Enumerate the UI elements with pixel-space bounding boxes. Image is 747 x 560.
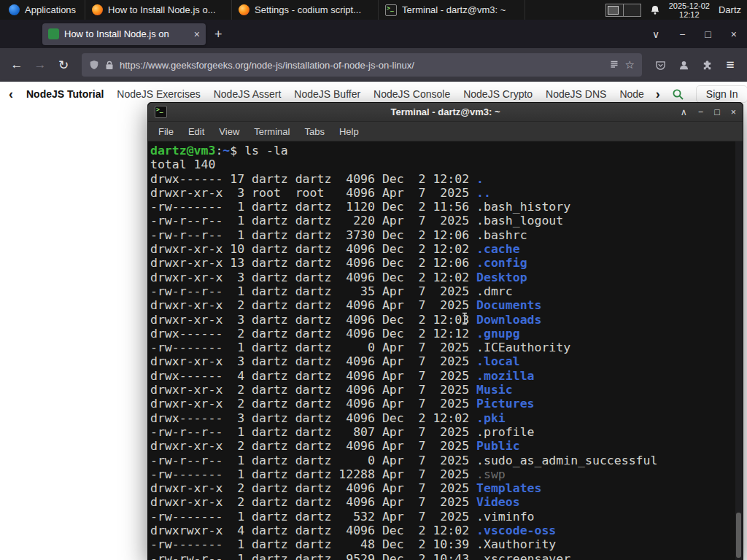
sitenav-item-console[interactable]: NodeJS Console [374, 88, 450, 100]
window-close-button[interactable]: × [731, 28, 737, 40]
site-favicon [48, 28, 59, 39]
taskbar-item-label: Settings - codium script... [255, 4, 361, 15]
file-name: .gnupg [476, 327, 520, 341]
tracking-shield-icon[interactable] [89, 60, 99, 70]
taskbar-item-browser-settings[interactable]: Settings - codium script... [232, 0, 379, 20]
new-tab-button[interactable]: + [214, 28, 222, 41]
workspace-2[interactable] [624, 4, 641, 17]
scrollbar-thumb[interactable] [736, 513, 741, 558]
window-controls: ∨ − □ × [652, 28, 747, 40]
nav-scroll-left-icon[interactable]: ‹ [9, 88, 13, 101]
terminal-close-button[interactable]: × [731, 107, 736, 117]
browser-tab-active[interactable]: How to Install Node.js on × [42, 23, 206, 45]
terminal-line: -rw-r--r-- 1 dartz dartz 3730 Dec 2 12:0… [150, 228, 743, 242]
workspace-1[interactable] [605, 4, 624, 17]
sign-in-button[interactable]: Sign In [696, 85, 747, 103]
extensions-puzzle-icon[interactable] [696, 54, 718, 76]
sitenav-item-assert[interactable]: NodeJS Assert [214, 88, 282, 100]
search-icon[interactable] [672, 88, 684, 101]
workspace-switcher[interactable] [605, 4, 641, 17]
desktop: Applications How to Install Node.js o...… [0, 0, 747, 560]
sitenav-item-dns[interactable]: NodeJS DNS [546, 88, 606, 100]
prompt-path: ~ [222, 144, 230, 158]
terminal-titlebar[interactable]: Terminal - dartz@vm3: ~ ∧ − □ × [148, 103, 743, 122]
file-name: .config [476, 256, 527, 270]
tab-close-icon[interactable]: × [193, 28, 200, 40]
menu-terminal[interactable]: Terminal [247, 124, 296, 139]
terminal-line: -rw-r--r-- 1 dartz dartz 220 Apr 7 2025 … [150, 214, 743, 228]
sitenav-item-truncated[interactable]: Node [619, 88, 643, 100]
menu-view[interactable]: View [212, 124, 246, 139]
sitenav-item-crypto[interactable]: NodeJS Crypto [463, 88, 533, 100]
browser-tab-bar: How to Install Node.js on × + ∨ − □ × [0, 20, 747, 48]
bookmark-star-icon[interactable]: ☆ [625, 58, 635, 71]
file-name: .swp [476, 467, 506, 481]
taskbar-item-label: How to Install Node.js o... [108, 4, 215, 15]
terminal-line: -rw------- 1 dartz dartz 1120 Dec 2 11:5… [150, 200, 743, 214]
terminal-line: drwxr-xr-x 13 dartz dartz 4096 Dec 2 12:… [150, 256, 743, 270]
clock[interactable]: 2025-12-02 12:12 [669, 1, 710, 19]
terminal-line: -rw------- 1 dartz dartz 12288 Apr 7 202… [150, 467, 743, 481]
back-button[interactable]: ← [6, 54, 28, 76]
terminal-line: -rw-r--r-- 1 dartz dartz 35 Apr 7 2025 .… [150, 284, 743, 298]
system-taskbar: Applications How to Install Node.js o...… [0, 0, 747, 20]
terminal-prompt-line: dartz@vm3:~$ ls -la [150, 144, 743, 158]
reload-button[interactable]: ↻ [53, 54, 74, 76]
file-name: .mozilla [476, 369, 534, 383]
file-name: .xscreensaver [476, 552, 570, 560]
terminal-listing: drwx------ 17 dartz dartz 4096 Dec 2 12:… [150, 172, 743, 560]
hamburger-menu-icon[interactable]: ≡ [719, 54, 741, 76]
terminal-scrollbar[interactable] [735, 141, 743, 560]
terminal-line: drwxr-xr-x 3 dartz dartz 4096 Dec 2 12:0… [150, 271, 743, 284]
menu-help[interactable]: Help [333, 124, 365, 139]
notifications-bell-icon[interactable] [650, 4, 660, 15]
lock-icon[interactable] [105, 61, 114, 70]
terminal-line: drwxr-xr-x 3 dartz dartz 4096 Dec 2 12:0… [150, 313, 743, 327]
menu-tabs[interactable]: Tabs [298, 124, 330, 139]
window-maximize-button[interactable]: □ [705, 28, 711, 40]
terminal-title: Terminal - dartz@vm3: ~ [148, 106, 743, 117]
menu-edit[interactable]: Edit [182, 124, 211, 139]
prompt-symbol: $ [230, 144, 244, 158]
url-text[interactable]: https://www.geeksforgeeks.org/node-js/in… [120, 60, 603, 71]
taskbar-item-browser-nodejs[interactable]: How to Install Node.js o... [85, 0, 232, 20]
taskbar-item-terminal[interactable]: Terminal - dartz@vm3: ~ [379, 0, 525, 20]
nav-scroll-right-icon[interactable]: › [656, 88, 660, 101]
terminal-line: drwx------ 2 dartz dartz 4096 Dec 2 12:1… [150, 327, 743, 341]
file-name: Templates [476, 481, 541, 495]
file-name: .pki [476, 411, 506, 425]
sitenav-item-tutorial[interactable]: NodeJS Tutorial [26, 88, 104, 100]
terminal-output[interactable]: dartz@vm3:~$ ls -la total 140 drwx------… [148, 141, 743, 560]
window-buttons: How to Install Node.js o... Settings - c… [85, 0, 525, 20]
terminal-line: drwx------ 4 dartz dartz 4096 Apr 7 2025… [150, 369, 743, 383]
prompt-user-host: dartz@vm3 [150, 144, 215, 158]
applications-menu[interactable]: Applications [0, 0, 85, 20]
reader-view-icon[interactable] [609, 60, 619, 70]
window-minimize-button[interactable]: − [679, 28, 685, 40]
terminal-menubar: File Edit View Terminal Tabs Help [148, 122, 743, 141]
file-name: Desktop [476, 271, 527, 284]
sitenav-right: Node › Sign In [619, 85, 747, 103]
file-name: .ICEauthority [476, 341, 570, 354]
sitenav-item-exercises[interactable]: NodeJS Exercises [117, 88, 200, 100]
pocket-icon[interactable] [649, 54, 671, 76]
file-name: .bashrc [476, 228, 527, 242]
terminal-line: drwxr-xr-x 2 dartz dartz 4096 Apr 7 2025… [150, 383, 743, 397]
terminal-rollup-icon[interactable]: ∧ [681, 106, 687, 117]
file-name: Pictures [476, 397, 534, 411]
terminal-line: -rw------- 1 dartz dartz 532 Apr 7 2025 … [150, 510, 743, 524]
terminal-maximize-button[interactable]: □ [714, 107, 720, 117]
sitenav-item-buffer[interactable]: NodeJS Buffer [294, 88, 360, 100]
terminal-line: drwxr-xr-x 2 dartz dartz 4096 Apr 7 2025… [150, 481, 743, 495]
file-name: .profile [476, 425, 534, 439]
account-icon[interactable] [673, 54, 694, 76]
menu-file[interactable]: File [152, 124, 180, 139]
terminal-line: -rw-r--r-- 1 dartz dartz 807 Apr 7 2025 … [150, 425, 743, 439]
url-bar[interactable]: https://www.geeksforgeeks.org/node-js/in… [82, 53, 642, 77]
file-name: .viminfo [476, 510, 534, 524]
terminal-minimize-button[interactable]: − [698, 107, 703, 117]
systray: 2025-12-02 12:12 Dartz [605, 0, 747, 20]
forward-button[interactable]: → [29, 54, 51, 76]
terminal-window-controls: ∧ − □ × [681, 106, 736, 117]
list-tabs-chevron-icon[interactable]: ∨ [652, 28, 659, 40]
